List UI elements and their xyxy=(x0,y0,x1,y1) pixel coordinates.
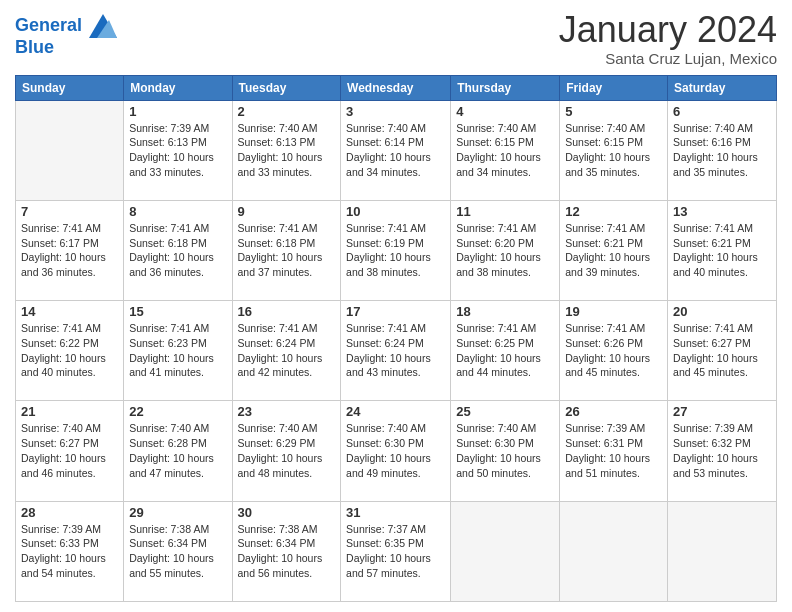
calendar-cell: 27Sunrise: 7:39 AMSunset: 6:32 PMDayligh… xyxy=(668,401,777,501)
day-info: Sunrise: 7:41 AMSunset: 6:22 PMDaylight:… xyxy=(21,321,118,380)
day-number: 8 xyxy=(129,204,226,219)
day-number: 5 xyxy=(565,104,662,119)
day-info: Sunrise: 7:41 AMSunset: 6:21 PMDaylight:… xyxy=(565,221,662,280)
calendar-week-row-4: 28Sunrise: 7:39 AMSunset: 6:33 PMDayligh… xyxy=(16,501,777,601)
calendar-cell: 15Sunrise: 7:41 AMSunset: 6:23 PMDayligh… xyxy=(124,301,232,401)
day-info: Sunrise: 7:41 AMSunset: 6:17 PMDaylight:… xyxy=(21,221,118,280)
day-number: 7 xyxy=(21,204,118,219)
day-info: Sunrise: 7:38 AMSunset: 6:34 PMDaylight:… xyxy=(129,522,226,581)
day-number: 25 xyxy=(456,404,554,419)
calendar-cell: 12Sunrise: 7:41 AMSunset: 6:21 PMDayligh… xyxy=(560,200,668,300)
day-number: 24 xyxy=(346,404,445,419)
col-monday: Monday xyxy=(124,75,232,100)
day-info: Sunrise: 7:41 AMSunset: 6:18 PMDaylight:… xyxy=(129,221,226,280)
day-info: Sunrise: 7:40 AMSunset: 6:29 PMDaylight:… xyxy=(238,421,336,480)
calendar-table: Sunday Monday Tuesday Wednesday Thursday… xyxy=(15,75,777,602)
day-info: Sunrise: 7:40 AMSunset: 6:13 PMDaylight:… xyxy=(238,121,336,180)
calendar-cell: 13Sunrise: 7:41 AMSunset: 6:21 PMDayligh… xyxy=(668,200,777,300)
calendar-cell: 8Sunrise: 7:41 AMSunset: 6:18 PMDaylight… xyxy=(124,200,232,300)
logo-blue: Blue xyxy=(15,38,117,58)
day-info: Sunrise: 7:41 AMSunset: 6:20 PMDaylight:… xyxy=(456,221,554,280)
day-info: Sunrise: 7:41 AMSunset: 6:21 PMDaylight:… xyxy=(673,221,771,280)
calendar-cell: 4Sunrise: 7:40 AMSunset: 6:15 PMDaylight… xyxy=(451,100,560,200)
header: General Blue January 2024 Santa Cruz Luj… xyxy=(15,10,777,67)
calendar-cell: 22Sunrise: 7:40 AMSunset: 6:28 PMDayligh… xyxy=(124,401,232,501)
calendar-header-row: Sunday Monday Tuesday Wednesday Thursday… xyxy=(16,75,777,100)
calendar-cell: 18Sunrise: 7:41 AMSunset: 6:25 PMDayligh… xyxy=(451,301,560,401)
calendar-week-row-2: 14Sunrise: 7:41 AMSunset: 6:22 PMDayligh… xyxy=(16,301,777,401)
calendar-cell: 29Sunrise: 7:38 AMSunset: 6:34 PMDayligh… xyxy=(124,501,232,601)
day-info: Sunrise: 7:41 AMSunset: 6:23 PMDaylight:… xyxy=(129,321,226,380)
day-number: 13 xyxy=(673,204,771,219)
day-info: Sunrise: 7:39 AMSunset: 6:32 PMDaylight:… xyxy=(673,421,771,480)
calendar-cell: 24Sunrise: 7:40 AMSunset: 6:30 PMDayligh… xyxy=(341,401,451,501)
day-info: Sunrise: 7:41 AMSunset: 6:24 PMDaylight:… xyxy=(238,321,336,380)
day-number: 19 xyxy=(565,304,662,319)
calendar-cell: 20Sunrise: 7:41 AMSunset: 6:27 PMDayligh… xyxy=(668,301,777,401)
calendar-cell: 21Sunrise: 7:40 AMSunset: 6:27 PMDayligh… xyxy=(16,401,124,501)
logo-general: General xyxy=(15,15,82,35)
day-info: Sunrise: 7:41 AMSunset: 6:24 PMDaylight:… xyxy=(346,321,445,380)
day-number: 15 xyxy=(129,304,226,319)
calendar-cell: 2Sunrise: 7:40 AMSunset: 6:13 PMDaylight… xyxy=(232,100,341,200)
day-info: Sunrise: 7:41 AMSunset: 6:25 PMDaylight:… xyxy=(456,321,554,380)
calendar-cell: 1Sunrise: 7:39 AMSunset: 6:13 PMDaylight… xyxy=(124,100,232,200)
day-info: Sunrise: 7:39 AMSunset: 6:31 PMDaylight:… xyxy=(565,421,662,480)
calendar-cell xyxy=(16,100,124,200)
day-number: 9 xyxy=(238,204,336,219)
col-friday: Friday xyxy=(560,75,668,100)
day-info: Sunrise: 7:37 AMSunset: 6:35 PMDaylight:… xyxy=(346,522,445,581)
calendar-cell: 7Sunrise: 7:41 AMSunset: 6:17 PMDaylight… xyxy=(16,200,124,300)
day-number: 17 xyxy=(346,304,445,319)
day-info: Sunrise: 7:40 AMSunset: 6:30 PMDaylight:… xyxy=(346,421,445,480)
calendar-cell: 11Sunrise: 7:41 AMSunset: 6:20 PMDayligh… xyxy=(451,200,560,300)
day-number: 31 xyxy=(346,505,445,520)
day-number: 23 xyxy=(238,404,336,419)
calendar-cell: 31Sunrise: 7:37 AMSunset: 6:35 PMDayligh… xyxy=(341,501,451,601)
col-tuesday: Tuesday xyxy=(232,75,341,100)
title-area: January 2024 Santa Cruz Lujan, Mexico xyxy=(559,10,777,67)
col-thursday: Thursday xyxy=(451,75,560,100)
day-number: 4 xyxy=(456,104,554,119)
day-number: 21 xyxy=(21,404,118,419)
calendar-cell xyxy=(451,501,560,601)
calendar-cell: 19Sunrise: 7:41 AMSunset: 6:26 PMDayligh… xyxy=(560,301,668,401)
day-number: 30 xyxy=(238,505,336,520)
day-info: Sunrise: 7:41 AMSunset: 6:27 PMDaylight:… xyxy=(673,321,771,380)
calendar-cell xyxy=(560,501,668,601)
calendar-cell: 17Sunrise: 7:41 AMSunset: 6:24 PMDayligh… xyxy=(341,301,451,401)
day-info: Sunrise: 7:41 AMSunset: 6:18 PMDaylight:… xyxy=(238,221,336,280)
calendar-cell: 6Sunrise: 7:40 AMSunset: 6:16 PMDaylight… xyxy=(668,100,777,200)
calendar-cell: 28Sunrise: 7:39 AMSunset: 6:33 PMDayligh… xyxy=(16,501,124,601)
day-info: Sunrise: 7:40 AMSunset: 6:15 PMDaylight:… xyxy=(456,121,554,180)
day-number: 10 xyxy=(346,204,445,219)
calendar-cell: 10Sunrise: 7:41 AMSunset: 6:19 PMDayligh… xyxy=(341,200,451,300)
col-sunday: Sunday xyxy=(16,75,124,100)
logo-text: General Blue xyxy=(15,14,117,58)
day-number: 28 xyxy=(21,505,118,520)
day-info: Sunrise: 7:38 AMSunset: 6:34 PMDaylight:… xyxy=(238,522,336,581)
day-number: 3 xyxy=(346,104,445,119)
day-number: 29 xyxy=(129,505,226,520)
day-info: Sunrise: 7:40 AMSunset: 6:28 PMDaylight:… xyxy=(129,421,226,480)
calendar-cell: 5Sunrise: 7:40 AMSunset: 6:15 PMDaylight… xyxy=(560,100,668,200)
month-title: January 2024 xyxy=(559,10,777,50)
day-info: Sunrise: 7:40 AMSunset: 6:15 PMDaylight:… xyxy=(565,121,662,180)
calendar-cell: 30Sunrise: 7:38 AMSunset: 6:34 PMDayligh… xyxy=(232,501,341,601)
page: General Blue January 2024 Santa Cruz Luj… xyxy=(0,0,792,612)
day-info: Sunrise: 7:40 AMSunset: 6:16 PMDaylight:… xyxy=(673,121,771,180)
day-number: 22 xyxy=(129,404,226,419)
day-info: Sunrise: 7:41 AMSunset: 6:19 PMDaylight:… xyxy=(346,221,445,280)
day-info: Sunrise: 7:39 AMSunset: 6:13 PMDaylight:… xyxy=(129,121,226,180)
day-number: 2 xyxy=(238,104,336,119)
calendar-cell: 3Sunrise: 7:40 AMSunset: 6:14 PMDaylight… xyxy=(341,100,451,200)
calendar-cell: 25Sunrise: 7:40 AMSunset: 6:30 PMDayligh… xyxy=(451,401,560,501)
calendar-cell: 26Sunrise: 7:39 AMSunset: 6:31 PMDayligh… xyxy=(560,401,668,501)
day-info: Sunrise: 7:40 AMSunset: 6:30 PMDaylight:… xyxy=(456,421,554,480)
calendar-cell: 9Sunrise: 7:41 AMSunset: 6:18 PMDaylight… xyxy=(232,200,341,300)
day-number: 18 xyxy=(456,304,554,319)
calendar-cell: 14Sunrise: 7:41 AMSunset: 6:22 PMDayligh… xyxy=(16,301,124,401)
calendar-cell: 23Sunrise: 7:40 AMSunset: 6:29 PMDayligh… xyxy=(232,401,341,501)
day-info: Sunrise: 7:40 AMSunset: 6:27 PMDaylight:… xyxy=(21,421,118,480)
day-number: 14 xyxy=(21,304,118,319)
